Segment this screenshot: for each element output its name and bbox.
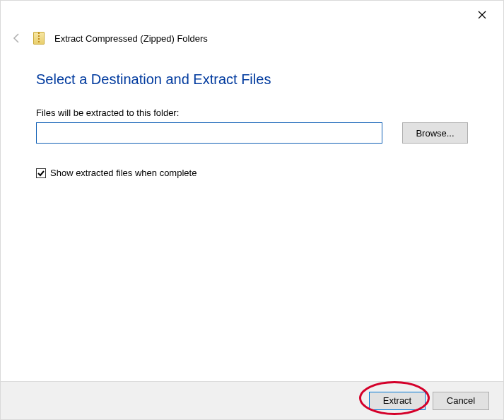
cancel-button[interactable]: Cancel	[433, 392, 489, 410]
checkmark-icon	[37, 170, 45, 177]
close-icon	[478, 11, 486, 19]
zip-folder-icon	[33, 32, 45, 45]
show-extracted-label: Show extracted files when complete	[50, 168, 197, 178]
wizard-title: Extract Compressed (Zipped) Folders	[54, 33, 208, 44]
extract-wizard-window: Extract Compressed (Zipped) Folders Sele…	[0, 0, 504, 420]
page-heading: Select a Destination and Extract Files	[36, 71, 468, 88]
show-extracted-checkbox[interactable]	[36, 168, 46, 178]
destination-path-input[interactable]	[36, 122, 382, 144]
path-row: Browse...	[36, 122, 468, 144]
back-button[interactable]	[11, 32, 23, 45]
close-button[interactable]	[475, 8, 489, 22]
wizard-header: Extract Compressed (Zipped) Folders	[11, 32, 208, 45]
show-extracted-row: Show extracted files when complete	[36, 168, 468, 178]
wizard-footer: Extract Cancel	[1, 381, 503, 419]
back-arrow-icon	[11, 33, 23, 44]
extract-button[interactable]: Extract	[369, 392, 426, 410]
path-label: Files will be extracted to this folder:	[36, 107, 468, 118]
browse-button[interactable]: Browse...	[402, 122, 468, 144]
wizard-content: Select a Destination and Extract Files F…	[36, 71, 468, 178]
